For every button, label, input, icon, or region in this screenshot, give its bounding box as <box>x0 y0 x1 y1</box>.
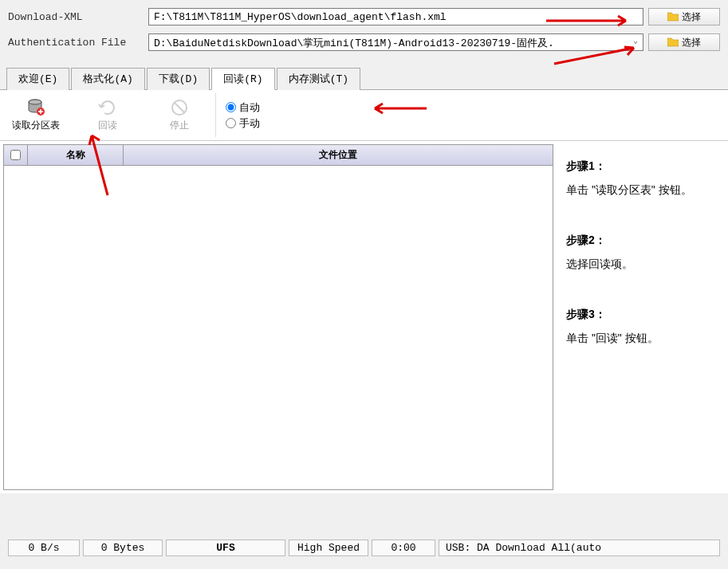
column-name: 名称 <box>28 145 124 165</box>
stop-icon <box>170 98 189 117</box>
select-all-checkbox[interactable] <box>4 145 28 165</box>
stop-button[interactable]: 停止 <box>144 93 215 137</box>
step3-title: 步骤3： <box>566 305 718 323</box>
download-xml-browse-button[interactable]: 选择 <box>648 8 720 26</box>
readback-button[interactable]: 回读 <box>72 93 144 137</box>
tab-welcome[interactable]: 欢迎(E) <box>6 68 69 90</box>
tab-bar: 欢迎(E) 格式化(A) 下载(D) 回读(R) 内存测试(T) <box>0 67 728 90</box>
download-xml-input[interactable] <box>148 8 643 26</box>
auth-file-dropdown[interactable]: D:\BaiduNetdiskDownload\掌玩mini(T811M)-An… <box>148 33 643 51</box>
radio-auto[interactable]: 自动 <box>226 100 260 115</box>
auth-file-label: Authentication File <box>8 37 144 49</box>
radio-manual[interactable]: 手动 <box>226 116 260 131</box>
instructions-panel: 步骤1： 单击 "读取分区表" 按钮。 步骤2： 选择回读项。 步骤3： 单击 … <box>557 141 728 493</box>
download-xml-row: Download-XML 选择 <box>8 8 720 26</box>
status-storage: UFS <box>166 540 285 556</box>
status-time: 0:00 <box>372 540 435 556</box>
download-xml-label: Download-XML <box>8 11 144 23</box>
tab-memtest[interactable]: 内存测试(T) <box>277 68 360 90</box>
status-usb: USB: DA Download All(auto <box>439 540 720 556</box>
auth-file-row: Authentication File D:\BaiduNetdiskDownl… <box>8 33 720 51</box>
partition-table[interactable]: 名称 文件位置 <box>3 144 553 490</box>
column-location: 文件位置 <box>124 145 553 165</box>
folder-icon <box>667 12 679 22</box>
step1-text: 单击 "读取分区表" 按钮。 <box>566 181 718 198</box>
tab-format[interactable]: 格式化(A) <box>71 68 144 90</box>
step2-title: 步骤2： <box>566 231 718 249</box>
toolbar: 读取分区表 回读 停止 自动 手动 <box>0 90 728 141</box>
read-partition-table-button[interactable]: 读取分区表 <box>0 93 72 137</box>
svg-point-1 <box>29 100 41 104</box>
tab-download[interactable]: 下载(D) <box>147 68 210 90</box>
step2-text: 选择回读项。 <box>566 255 718 273</box>
auth-file-browse-button[interactable]: 选择 <box>648 33 720 51</box>
undo-icon <box>98 98 117 117</box>
step3-text: 单击 "回读" 按钮。 <box>566 329 718 347</box>
database-add-icon <box>26 98 45 117</box>
status-bar: 0 B/s 0 Bytes UFS High Speed 0:00 USB: D… <box>0 536 728 559</box>
step1-title: 步骤1： <box>566 157 718 175</box>
status-bytes: 0 Bytes <box>83 540 163 556</box>
status-speed: 0 B/s <box>8 540 80 556</box>
tab-readback[interactable]: 回读(R) <box>211 68 274 90</box>
folder-icon <box>667 37 679 47</box>
mode-radio-group: 自动 手动 <box>215 93 270 137</box>
status-mode: High Speed <box>289 540 368 556</box>
